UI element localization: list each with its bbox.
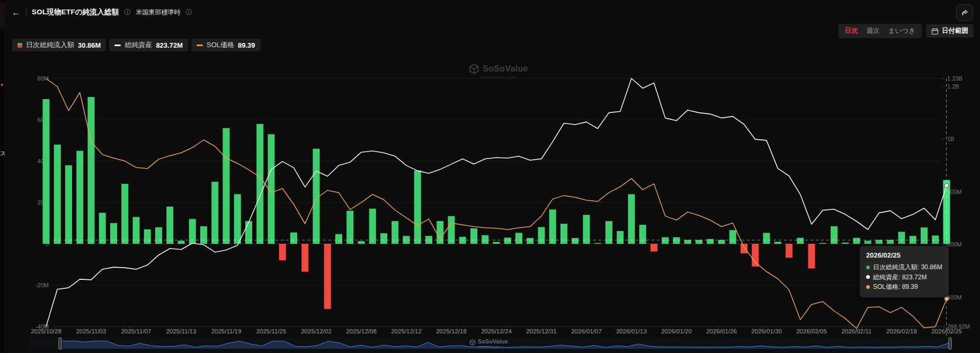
inflow-bar[interactable] [842, 243, 849, 244]
inflow-bar[interactable] [391, 221, 398, 244]
inflow-bar[interactable] [54, 145, 61, 244]
inflow-bar[interactable] [594, 243, 601, 244]
tab-weekly[interactable]: 週次 [862, 25, 884, 37]
header: ← SOL現物ETFの純流入総額 ⓘ 米国東部標準時 ⓘ [12, 7, 192, 17]
inflow-bar[interactable] [932, 235, 939, 244]
x-axis-label: 2026/02/18 [886, 328, 917, 334]
inflow-bar[interactable] [211, 182, 218, 244]
inflow-bar[interactable] [696, 240, 702, 244]
x-axis-label: 2026/01/20 [661, 328, 692, 334]
inflow-bar[interactable] [155, 227, 162, 244]
inflow-bar[interactable] [898, 232, 905, 244]
inflow-bar[interactable] [65, 165, 72, 244]
x-axis-label: 2025/11/19 [211, 328, 242, 334]
inflow-bar[interactable] [662, 237, 669, 244]
inflow-bar[interactable] [76, 151, 83, 244]
inflow-bar[interactable] [865, 241, 871, 244]
inflow-bar[interactable] [921, 227, 928, 244]
inflow-bar[interactable] [718, 240, 725, 244]
inflow-bar[interactable] [527, 238, 533, 244]
period-tabs: 日次 週次 まいつき [839, 24, 922, 38]
inflow-bar[interactable] [369, 209, 376, 244]
inflow-bar[interactable] [178, 241, 185, 244]
inflow-bar[interactable] [572, 238, 578, 244]
bar-series-icon [17, 43, 22, 48]
inflow-bar[interactable] [729, 230, 736, 244]
share-button[interactable] [956, 4, 973, 21]
inflow-bar[interactable] [144, 230, 151, 244]
inflow-bar[interactable] [43, 99, 50, 244]
inflow-bar[interactable] [470, 228, 477, 244]
inflow-bar[interactable] [99, 213, 106, 244]
inflow-bar[interactable] [88, 97, 95, 244]
inflow-bar[interactable] [752, 244, 759, 267]
main-chart[interactable]: 80M60M40M20M0-20M-40M1.23B1.2B1B800M600M… [0, 0, 980, 353]
inflow-bar[interactable] [707, 239, 714, 244]
inflow-bar[interactable] [605, 221, 612, 244]
inflow-bar[interactable] [797, 238, 804, 244]
inflow-bar[interactable] [808, 244, 815, 268]
inflow-bar[interactable] [200, 226, 207, 244]
x-axis-label: 2025/12/31 [526, 328, 557, 334]
inflow-bar[interactable] [786, 244, 792, 258]
inflow-bar[interactable] [763, 233, 770, 244]
inflow-bar[interactable] [538, 227, 545, 244]
inflow-bar[interactable] [583, 215, 590, 244]
inflow-bar[interactable] [234, 194, 241, 244]
inflow-bar[interactable] [819, 243, 826, 244]
inflow-bar[interactable] [673, 237, 680, 244]
inflow-bar[interactable] [774, 242, 781, 244]
inflow-bar[interactable] [504, 237, 511, 244]
inflow-bar[interactable] [256, 124, 263, 244]
inflow-bar[interactable] [482, 235, 488, 244]
inflow-bar[interactable] [346, 211, 353, 244]
inflow-bar[interactable] [493, 242, 500, 244]
inflow-bar[interactable] [448, 216, 455, 244]
legend-value: 823.72M [156, 41, 183, 49]
x-axis-label: 2025/12/08 [346, 328, 377, 334]
inflow-bar[interactable] [853, 238, 860, 244]
minimap-handle-left[interactable] [59, 338, 61, 349]
inflow-bar[interactable] [335, 234, 342, 244]
inflow-bar[interactable] [651, 244, 657, 251]
minimap-handle-right[interactable] [949, 338, 951, 349]
inflow-bar[interactable] [436, 221, 443, 244]
inflow-bar[interactable] [876, 240, 883, 244]
inflow-bar[interactable] [358, 241, 365, 244]
inflow-bar[interactable] [324, 244, 331, 309]
inflow-bar[interactable] [290, 233, 297, 244]
inflow-bar[interactable] [515, 233, 522, 244]
inflow-bar[interactable] [121, 184, 128, 244]
timezone-info-icon[interactable]: ⓘ [185, 9, 192, 15]
inflow-bar[interactable] [628, 194, 635, 244]
tab-monthly[interactable]: まいつき [884, 25, 920, 37]
inflow-bar[interactable] [279, 244, 286, 260]
legend-sol-price[interactable]: SOL価格 89.39 [191, 39, 261, 51]
right-axis-label: 400M [947, 294, 962, 301]
inflow-bar[interactable] [684, 240, 691, 244]
date-range-button[interactable]: 日付範囲 [926, 24, 974, 38]
inflow-bar[interactable] [380, 233, 387, 244]
inflow-bar[interactable] [741, 244, 747, 253]
inflow-bar[interactable] [639, 225, 646, 244]
inflow-bar[interactable] [414, 171, 421, 244]
inflow-bar[interactable] [301, 244, 308, 272]
inflow-bar[interactable] [133, 217, 140, 244]
inflow-bar[interactable] [223, 128, 230, 244]
inflow-bar[interactable] [549, 209, 556, 244]
inflow-bar[interactable] [560, 224, 567, 244]
legend-value: 30.86M [78, 41, 101, 49]
legend-daily-inflow[interactable]: 日次総純流入額 30.86M [12, 39, 106, 51]
back-arrow-icon[interactable]: ← [12, 8, 21, 17]
legend-total-assets[interactable]: 総純資産 823.72M [109, 39, 188, 51]
inflow-bar[interactable] [245, 221, 252, 244]
x-axis-label: 2025/12/24 [481, 328, 512, 334]
title-info-icon[interactable]: ⓘ [124, 9, 130, 15]
inflow-bar[interactable] [831, 226, 838, 244]
inflow-bar[interactable] [887, 240, 894, 244]
tab-daily[interactable]: 日次 [841, 25, 862, 37]
asset-line-icon [114, 45, 121, 46]
inflow-bar[interactable] [617, 231, 623, 244]
inflow-bar[interactable] [166, 207, 173, 244]
inflow-bar[interactable] [110, 223, 117, 244]
